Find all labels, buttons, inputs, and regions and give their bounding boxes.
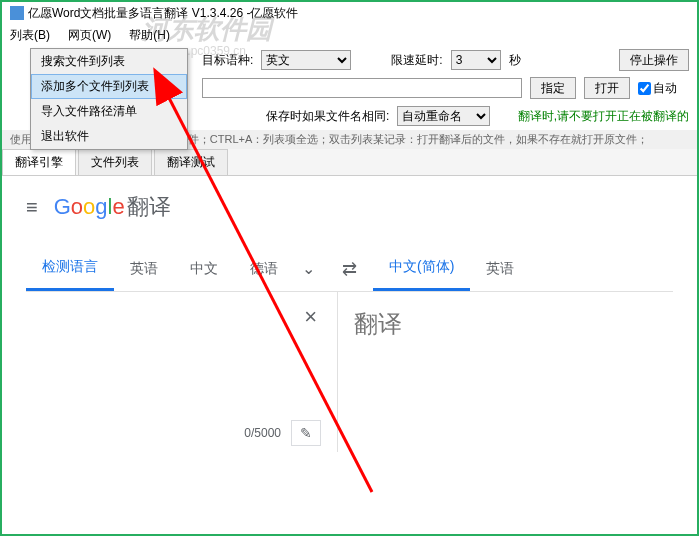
dropdown-add-files[interactable]: 添加多个文件到列表 [31, 74, 187, 99]
output-placeholder: 翻译 [354, 310, 402, 337]
app-icon [10, 6, 24, 20]
menu-help[interactable]: 帮助(H) [129, 27, 170, 44]
tab-filelist[interactable]: 文件列表 [78, 149, 152, 175]
save-label: 保存时如果文件名相同: [266, 108, 389, 125]
list-dropdown: 搜索文件到列表 添加多个文件到列表 导入文件路径清单 退出软件 [30, 48, 188, 150]
target-chinese-simp[interactable]: 中文(简体) [373, 246, 470, 291]
source-chevron-icon[interactable]: ⌄ [294, 259, 323, 278]
target-english[interactable]: 英语 [470, 248, 530, 290]
lang-chinese[interactable]: 中文 [174, 248, 234, 290]
dropdown-import-paths[interactable]: 导入文件路径清单 [31, 99, 187, 124]
tab-test[interactable]: 翻译测试 [154, 149, 228, 175]
locate-button[interactable]: 指定 [530, 77, 576, 99]
limit-label: 限速延时: [391, 52, 442, 69]
dropdown-search-files[interactable]: 搜索文件到列表 [31, 49, 187, 74]
target-lang-select[interactable]: 英文 [261, 50, 351, 70]
lang-detect[interactable]: 检测语言 [26, 246, 114, 291]
char-count: 0/5000 [244, 426, 281, 440]
input-pane[interactable]: × 0/5000 ✎ [26, 292, 337, 452]
seconds-label: 秒 [509, 52, 521, 69]
open-button[interactable]: 打开 [584, 77, 630, 99]
lang-english[interactable]: 英语 [114, 248, 174, 290]
menu-webpage[interactable]: 网页(W) [68, 27, 111, 44]
tab-engine[interactable]: 翻译引擎 [2, 149, 76, 175]
dropdown-exit[interactable]: 退出软件 [31, 124, 187, 149]
pencil-icon[interactable]: ✎ [291, 420, 321, 446]
auto-label: 自动 [653, 80, 677, 97]
window-title: 亿愿Word文档批量多语言翻译 V1.3.4.26 -亿愿软件 [28, 5, 299, 22]
stop-button[interactable]: 停止操作 [619, 49, 689, 71]
menu-list[interactable]: 列表(B) [10, 27, 50, 44]
limit-select[interactable]: 3 [451, 50, 501, 70]
target-lang-label: 目标语种: [202, 52, 253, 69]
warning-text: 翻译时,请不要打开正在被翻译的 [518, 108, 689, 125]
output-pane: 翻译 [337, 292, 673, 452]
save-mode-select[interactable]: 自动重命名 [397, 106, 490, 126]
hamburger-icon[interactable]: ≡ [26, 196, 38, 219]
swap-icon[interactable]: ⇄ [326, 258, 373, 280]
lang-german[interactable]: 德语 [234, 248, 294, 290]
google-logo: Google翻译 [54, 192, 171, 222]
auto-checkbox[interactable] [638, 82, 651, 95]
path-input[interactable] [202, 78, 522, 98]
clear-icon[interactable]: × [304, 304, 317, 330]
